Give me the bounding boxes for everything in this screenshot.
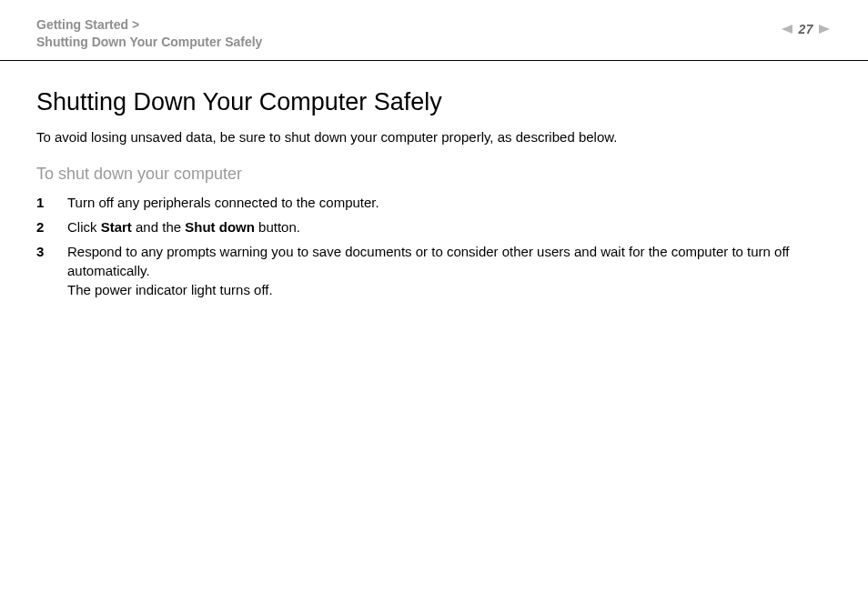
step-text: Turn off any peripherals connected to th… [67, 193, 832, 212]
intro-paragraph: To avoid losing unsaved data, be sure to… [36, 129, 832, 145]
step-item: 2 Click Start and the Shut down button. [36, 217, 832, 236]
content: Shutting Down Your Computer Safely To av… [0, 61, 868, 299]
section-heading: To shut down your computer [36, 165, 832, 184]
page-title: Shutting Down Your Computer Safely [36, 88, 832, 116]
pager: 27 [780, 16, 832, 36]
steps-list: 1 Turn off any peripherals connected to … [36, 193, 832, 299]
step-text: Click Start and the Shut down button. [67, 217, 832, 236]
prev-page-icon[interactable] [780, 24, 792, 35]
header: Getting Started > Shutting Down Your Com… [0, 0, 868, 61]
step-text: Respond to any prompts warning you to sa… [67, 242, 832, 299]
breadcrumb: Getting Started > Shutting Down Your Com… [36, 16, 780, 51]
svg-marker-0 [782, 25, 792, 34]
next-page-icon[interactable] [819, 24, 832, 35]
breadcrumb-parent[interactable]: Getting Started > [36, 16, 780, 34]
step-number: 3 [36, 242, 53, 299]
step-item: 3 Respond to any prompts warning you to … [36, 242, 832, 299]
step-number: 1 [36, 193, 53, 212]
step-number: 2 [36, 217, 53, 236]
page-number: 27 [798, 22, 813, 36]
page: { "header": { "breadcrumb_parent": "Gett… [0, 0, 868, 613]
svg-marker-1 [819, 25, 830, 34]
step-item: 1 Turn off any peripherals connected to … [36, 193, 832, 212]
breadcrumb-current[interactable]: Shutting Down Your Computer Safely [36, 34, 780, 51]
